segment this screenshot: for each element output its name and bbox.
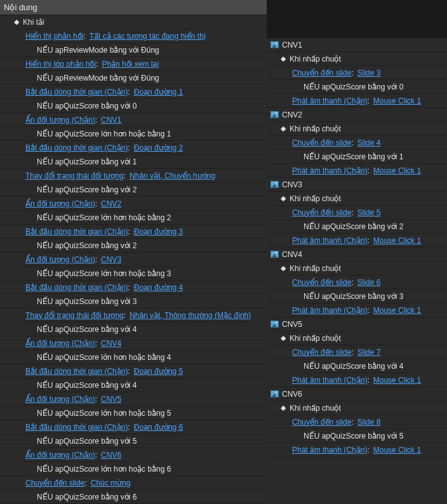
action-target-link[interactable]: CNV4: [101, 339, 121, 348]
action-target-link[interactable]: Phản hồi xem lại: [102, 60, 159, 69]
action-target-link[interactable]: Slide 6: [357, 278, 381, 287]
action-link[interactable]: Thay đổi trạng thái đối tượng: [25, 171, 126, 180]
condition-row[interactable]: NẾU apReviewMode bằng với Đúng: [0, 71, 267, 85]
action-target-link[interactable]: Đoạn đường 1: [134, 88, 183, 96]
action-row[interactable]: Bắt đầu dòng thời gian (Chặn)Đoạn đường …: [0, 141, 267, 155]
action-target-link[interactable]: Slide 5: [357, 208, 381, 217]
event-row[interactable]: ◆Khi nhấp chuột: [267, 122, 447, 136]
action-link[interactable]: Ẩn đối tượng (Chặn): [25, 451, 98, 460]
condition-row[interactable]: NẾU apQuizScore bằng với 5: [0, 434, 267, 448]
condition-row[interactable]: NẾU apQuizScore bằng với 6: [0, 490, 267, 504]
action-link[interactable]: Hiển thị phản hồi: [25, 32, 86, 41]
action-row[interactable]: Ẩn đối tượng (Chặn)CNV5: [0, 392, 267, 406]
action-row[interactable]: Chuyển đến slideSlide 5: [267, 206, 447, 220]
action-target-link[interactable]: Slide 8: [357, 418, 381, 427]
action-link[interactable]: Phát âm thanh (Chặn): [292, 446, 370, 454]
condition-row[interactable]: NẾU apQuizScore bằng với 4: [267, 359, 447, 373]
action-row[interactable]: Ẩn đối tượng (Chặn)CNV1: [0, 113, 267, 127]
action-link[interactable]: Phát âm thanh (Chặn): [292, 236, 370, 245]
condition-row[interactable]: NẾU apQuizScore lớn hơn hoặc bằng 2: [0, 211, 267, 225]
action-link[interactable]: Chuyển đến slide: [292, 69, 354, 77]
action-target-link[interactable]: Mouse Click 1: [373, 96, 421, 105]
action-row[interactable]: Bắt đầu dòng thời gian (Chặn)Đoạn đường …: [0, 281, 267, 295]
action-link[interactable]: Bắt đầu dòng thời gian (Chặn): [25, 227, 131, 236]
action-row[interactable]: Chuyển đến slideSlide 6: [267, 275, 447, 289]
condition-row[interactable]: NẾU apQuizScore bằng với 1: [267, 150, 447, 164]
action-link[interactable]: Ẩn đối tượng (Chặn): [25, 199, 98, 208]
action-link[interactable]: Phát âm thanh (Chặn): [292, 166, 370, 175]
action-row[interactable]: Chuyển đến slideSlide 7: [267, 345, 447, 359]
action-row[interactable]: Bắt đầu dòng thời gian (Chặn)Đoạn đường …: [0, 225, 267, 239]
condition-row[interactable]: NẾU apQuizScore bằng với 4: [0, 322, 267, 336]
condition-row[interactable]: NẾU apQuizScore bằng với 2: [0, 239, 267, 253]
action-link[interactable]: Hiển thị lớp phản hồi: [25, 60, 98, 69]
action-link[interactable]: Ẩn đối tượng (Chặn): [25, 339, 98, 348]
action-link[interactable]: Phát âm thanh (Chặn): [292, 96, 370, 105]
action-row[interactable]: Hiển thị phản hồiTất cả các tương tác đa…: [0, 29, 267, 43]
action-target-link[interactable]: Tất cả các tương tác đang hiển thị: [90, 32, 206, 41]
action-target-link[interactable]: Mouse Click 1: [373, 236, 421, 245]
condition-row[interactable]: NẾU apQuizScore lớn hơn hoặc bằng 1: [0, 127, 267, 141]
action-link[interactable]: Bắt đầu dòng thời gian (Chặn): [25, 88, 131, 96]
object-row[interactable]: CNV1: [267, 38, 447, 52]
action-target-link[interactable]: Slide 7: [357, 348, 381, 357]
action-row[interactable]: Phát âm thanh (Chặn)Mouse Click 1: [267, 94, 447, 108]
action-row[interactable]: Phát âm thanh (Chặn)Mouse Click 1: [267, 373, 447, 387]
condition-row[interactable]: NẾU apQuizScore lớn hơn hoặc bằng 4: [0, 350, 267, 364]
object-row[interactable]: CNV2: [267, 108, 447, 122]
condition-row[interactable]: NẾU apReviewMode bằng với Đúng: [0, 43, 267, 57]
action-target-link[interactable]: Chúc mừng: [91, 479, 131, 487]
action-row[interactable]: Ẩn đối tượng (Chặn)CNV4: [0, 336, 267, 350]
action-link[interactable]: Chuyển đến slide: [292, 278, 354, 287]
action-row[interactable]: Phát âm thanh (Chặn)Mouse Click 1: [267, 303, 447, 317]
action-target-link[interactable]: Slide 3: [357, 69, 381, 77]
action-row[interactable]: Bắt đầu dòng thời gian (Chặn)Đoạn đường …: [0, 420, 267, 434]
action-link[interactable]: Bắt đầu dòng thời gian (Chặn): [25, 143, 131, 152]
action-target-link[interactable]: Đoạn đường 4: [134, 283, 183, 292]
condition-row[interactable]: NẾU apQuizScore bằng với 3: [0, 295, 267, 308]
action-target-link[interactable]: Mouse Click 1: [373, 376, 421, 385]
object-row[interactable]: CNV5: [267, 317, 447, 331]
action-target-link[interactable]: CNV3: [101, 255, 121, 264]
action-link[interactable]: Chuyển đến slide: [292, 208, 354, 217]
action-link[interactable]: Bắt đầu dòng thời gian (Chặn): [25, 283, 131, 292]
object-row[interactable]: CNV4: [267, 248, 447, 262]
action-link[interactable]: Thay đổi trạng thái đối tượng: [25, 311, 126, 320]
action-row[interactable]: Chuyển đến slideSlide 8: [267, 415, 447, 429]
action-target-link[interactable]: Nhân vật, Thông thường (Mặc định): [130, 311, 251, 320]
action-row[interactable]: Chuyển đến slideSlide 4: [267, 136, 447, 150]
action-target-link[interactable]: Đoạn đường 3: [134, 227, 183, 236]
action-link[interactable]: Bắt đầu dòng thời gian (Chặn): [25, 367, 131, 376]
action-target-link[interactable]: Mouse Click 1: [373, 306, 421, 315]
action-row[interactable]: Phát âm thanh (Chặn)Mouse Click 1: [267, 443, 447, 457]
condition-row[interactable]: NẾU apQuizScore bằng với 3: [267, 289, 447, 303]
action-target-link[interactable]: CNV1: [101, 116, 121, 124]
action-link[interactable]: Phát âm thanh (Chặn): [292, 376, 370, 385]
event-row[interactable]: ◆Khi nhấp chuột: [267, 262, 447, 275]
action-row[interactable]: Phát âm thanh (Chặn)Mouse Click 1: [267, 234, 447, 248]
action-target-link[interactable]: Đoạn đường 6: [134, 423, 183, 432]
action-row[interactable]: Ẩn đối tượng (Chặn)CNV3: [0, 253, 267, 267]
action-target-link[interactable]: CNV6: [101, 451, 121, 460]
action-link[interactable]: Chuyển đến slide: [292, 138, 354, 147]
action-target-link[interactable]: CNV2: [101, 199, 121, 208]
event-row[interactable]: ◆Khi nhấp chuột: [267, 331, 447, 345]
action-link[interactable]: Ẩn đối tượng (Chặn): [25, 116, 98, 124]
condition-row[interactable]: NẾU apQuizScore bằng với 5: [267, 429, 447, 443]
event-row[interactable]: ◆Khi nhấp chuột: [267, 401, 447, 415]
action-link[interactable]: Bắt đầu dòng thời gian (Chặn): [25, 423, 131, 432]
action-target-link[interactable]: Mouse Click 1: [373, 166, 421, 175]
action-row[interactable]: Thay đổi trạng thái đối tượngNhân vật, T…: [0, 308, 267, 322]
action-target-link[interactable]: Mouse Click 1: [373, 446, 421, 454]
condition-row[interactable]: NẾU apQuizScore lớn hơn hoặc bằng 6: [0, 462, 267, 476]
action-link[interactable]: Chuyển đến slide: [292, 418, 354, 427]
action-row[interactable]: Bắt đầu dòng thời gian (Chặn)Đoạn đường …: [0, 364, 267, 378]
condition-row[interactable]: NẾU apQuizScore bằng với 0: [0, 99, 267, 113]
condition-row[interactable]: NẾU apQuizScore bằng với 2: [0, 183, 267, 197]
action-target-link[interactable]: CNV5: [101, 395, 121, 404]
action-link[interactable]: Ẩn đối tượng (Chặn): [25, 255, 98, 264]
action-target-link[interactable]: Slide 4: [357, 138, 381, 147]
condition-row[interactable]: NẾU apQuizScore bằng với 0: [267, 80, 447, 94]
action-row[interactable]: Ẩn đối tượng (Chặn)CNV2: [0, 197, 267, 211]
action-row[interactable]: Ẩn đối tượng (Chặn)CNV6: [0, 448, 267, 462]
